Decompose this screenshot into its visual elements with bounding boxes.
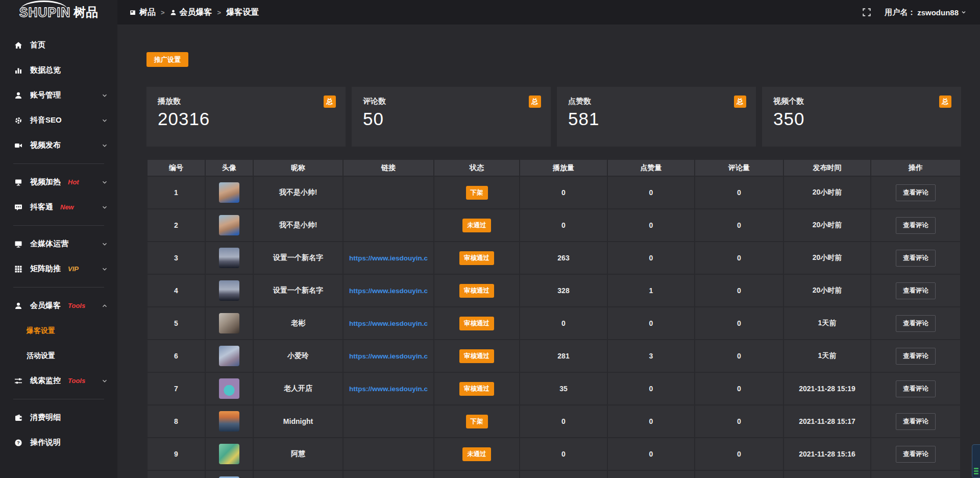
chevron-down-icon: [101, 204, 108, 211]
sidebar-item-label: 全媒体运营: [30, 239, 68, 249]
sidebar-item-video-publish[interactable]: 视频发布: [0, 133, 117, 158]
monitor-icon: [14, 240, 22, 248]
sidebar-item-account-mgmt[interactable]: 账号管理: [0, 83, 117, 108]
chevron-down-icon: [101, 377, 108, 385]
promo-settings-button[interactable]: 推广设置: [146, 52, 188, 67]
chevron-down-icon: [101, 92, 108, 99]
plays-count: 281: [520, 340, 607, 372]
sidebar-item-matrix-boost[interactable]: 矩阵助推 VIP: [0, 256, 117, 281]
nickname: Midnight: [254, 405, 342, 437]
video-link[interactable]: https://www.iesdouyin.c: [349, 385, 428, 393]
sidebar-item-douketong[interactable]: 抖客通 New: [0, 195, 117, 220]
chevron-up-icon: [101, 302, 108, 309]
column-header: 发布时间: [784, 160, 870, 176]
videos-table: 编号 头像 昵称 链接 状态 播放量 点赞量 评论量 发布时间 操作 1 我不是…: [146, 159, 961, 478]
logo[interactable]: SHUPIN 树品: [0, 0, 117, 25]
avatar: [219, 378, 239, 399]
status-badge: 审核通过: [459, 284, 494, 298]
new-badge: New: [60, 203, 74, 211]
view-comments-button[interactable]: 查看评论: [896, 282, 936, 299]
comments-count: 0: [695, 242, 783, 274]
video-link[interactable]: https://www.iesdouyin.c: [349, 320, 428, 327]
breadcrumb-item-member-baoke[interactable]: 会员爆客: [170, 7, 212, 18]
user-dropdown[interactable]: 用户名：zswodun88: [885, 8, 967, 17]
fullscreen-icon[interactable]: [862, 8, 871, 17]
sidebar-subitem-label: 活动设置: [27, 351, 55, 361]
view-comments-button[interactable]: 查看评论: [896, 217, 936, 234]
avatar: [219, 411, 239, 432]
comments-count: 0: [695, 405, 783, 437]
sidebar-item-data-overview[interactable]: 数据总览: [0, 58, 117, 83]
comments-count: 0: [695, 177, 783, 208]
plays-count: 0: [520, 405, 607, 437]
publish-time: 2021-11-28 15:17: [784, 405, 870, 437]
publish-time: 2021-11-28 15:19: [784, 373, 870, 404]
sidebar-item-clue-monitor[interactable]: 线索监控 Tools: [0, 368, 117, 393]
view-comments-button[interactable]: 查看评论: [896, 348, 936, 365]
sidebar-subitem-activity-settings[interactable]: 活动设置: [0, 343, 117, 368]
column-header: 链接: [344, 160, 433, 176]
sidebar-item-consumption-details[interactable]: 消费明细: [0, 405, 117, 430]
view-comments-button[interactable]: 查看评论: [896, 250, 936, 267]
avatar: [219, 215, 239, 235]
comments-count: 0: [695, 438, 783, 470]
sidebar-item-label: 消费明细: [30, 413, 61, 422]
sidebar-divider: [13, 225, 104, 226]
video-link[interactable]: https://www.iesdouyin.c: [349, 254, 428, 262]
row-number: 1: [148, 177, 205, 208]
view-comments-button[interactable]: 查看评论: [896, 315, 936, 332]
view-comments-button[interactable]: 查看评论: [896, 413, 936, 430]
floating-widget[interactable]: [972, 444, 980, 478]
table-row: 4 设置一个新名字 https://www.iesdouyin.c 审核通过 3…: [148, 275, 960, 306]
avatar: [219, 313, 239, 333]
sidebar-item-label: 矩阵助推: [30, 264, 61, 274]
column-header: 昵称: [254, 160, 342, 176]
publish-time: 20小时前: [784, 242, 870, 274]
home-icon: [14, 41, 22, 50]
sidebar-item-instructions[interactable]: ? 操作说明: [0, 430, 117, 455]
breadcrumb-separator: >: [217, 9, 222, 16]
plays-count: 0: [520, 438, 607, 470]
sidebar-item-member-baoke[interactable]: 会员爆客 Tools: [0, 293, 117, 318]
plays-count: 0: [520, 209, 607, 241]
sidebar-divider: [13, 287, 104, 288]
row-number: 6: [148, 340, 205, 372]
table-row: 1 我不是小帅! 下架 0 0 0 20小时前 查看评论: [148, 177, 960, 208]
row-number: 8: [148, 405, 205, 437]
nickname: 阿慧: [254, 438, 342, 470]
sidebar-item-video-heat[interactable]: 视频加热 Hot: [0, 170, 117, 195]
sidebar-item-douyin-seo[interactable]: 抖音SEO: [0, 108, 117, 133]
nickname: 老彬: [254, 307, 342, 339]
nickname: 老人开店: [254, 373, 342, 404]
stat-value: 50: [363, 109, 540, 129]
sidebar: SHUPIN 树品 首页 数据总览 账号管理 抖音SEO 视频发布: [0, 0, 117, 478]
sidebar-item-label: 抖音SEO: [30, 115, 62, 125]
sidebar-item-home[interactable]: 首页: [0, 33, 117, 58]
video-link[interactable]: https://www.iesdouyin.c: [349, 352, 428, 360]
breadcrumb-item-shupin[interactable]: 树品: [130, 7, 156, 18]
nickname: 设置一个新名字: [254, 242, 342, 274]
status-badge: 审核通过: [459, 349, 494, 363]
sidebar-divider: [13, 399, 104, 399]
sidebar-item-all-media[interactable]: 全媒体运营: [0, 231, 117, 256]
sidebar-subitem-baoke-settings[interactable]: 爆客设置: [0, 318, 117, 343]
sidebar-item-label: 线索监控: [30, 376, 61, 386]
floating-widget-bar: [974, 468, 978, 469]
table-row-partial: [148, 471, 960, 478]
view-comments-button[interactable]: 查看评论: [896, 446, 936, 463]
total-badge: 总: [734, 95, 746, 108]
row-number: 7: [148, 373, 205, 404]
video-link[interactable]: https://www.iesdouyin.c: [349, 287, 428, 295]
chat-icon: [14, 203, 22, 211]
member-icon: [14, 302, 22, 310]
nickname: 设置一个新名字: [254, 275, 342, 306]
view-comments-button[interactable]: 查看评论: [896, 380, 936, 397]
row-number: 2: [148, 209, 205, 241]
breadcrumb-separator: >: [161, 9, 165, 16]
stat-label: 评论数: [363, 97, 540, 106]
view-comments-button[interactable]: 查看评论: [896, 184, 936, 201]
topbar-right: 用户名：zswodun88: [862, 8, 967, 17]
row-number: 3: [148, 242, 205, 274]
table-row: 7 老人开店 https://www.iesdouyin.c 审核通过 35 0…: [148, 373, 960, 404]
sidebar-item-label: 账号管理: [30, 90, 61, 100]
